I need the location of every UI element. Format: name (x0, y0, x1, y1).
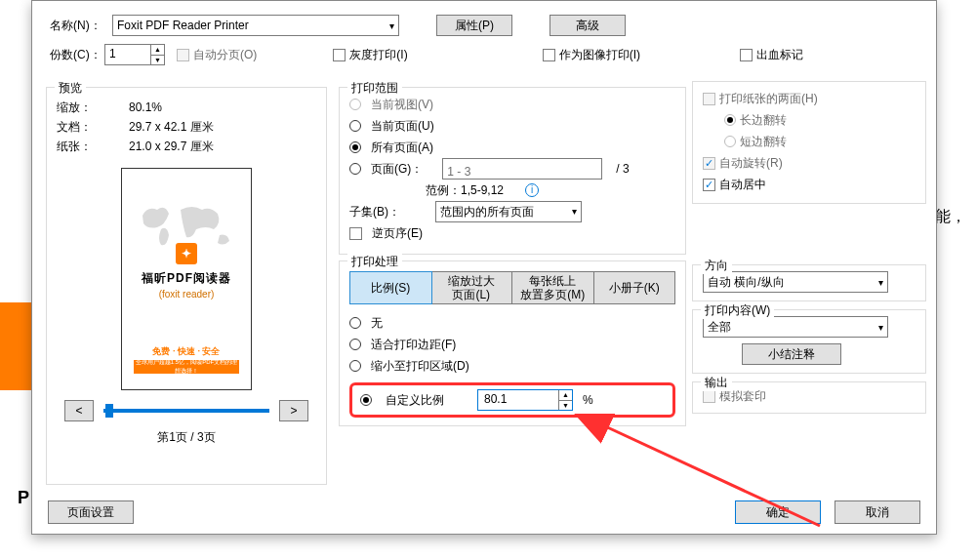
handling-tabs: 比例(S) 缩放过大 页面(L) 每张纸上 放置多页(M) 小册子(K) (349, 271, 675, 304)
preview-tagline: 免费 · 快速 · 安全 (134, 345, 239, 358)
next-page-button[interactable]: > (279, 400, 308, 421)
pages-radio[interactable] (349, 163, 361, 175)
subset-select[interactable]: 范围内的所有页面 ▾ (435, 201, 582, 222)
current-page-radio[interactable] (349, 120, 361, 132)
advanced-button[interactable]: 高级 (550, 15, 626, 36)
tab-booklet[interactable]: 小册子(K) (594, 272, 675, 303)
subset-value: 范围内的所有页面 (440, 201, 534, 222)
collate-label: 自动分页(O) (193, 47, 257, 63)
preview-brand: 福昕PDF阅读器 (142, 270, 231, 287)
scale-fit-label: 适合打印边距(F) (371, 334, 456, 355)
doc-label: 文档： (57, 117, 129, 137)
as-image-checkbox[interactable] (543, 49, 555, 61)
properties-button[interactable]: 属性(P) (436, 15, 512, 36)
bg-text-p: P (18, 488, 29, 508)
grayscale-label: 灰度打印(I) (349, 47, 407, 63)
grayscale-checkbox[interactable] (333, 49, 346, 61)
prev-page-button[interactable]: < (64, 400, 94, 421)
content-title: 打印内容(W) (701, 302, 774, 319)
scale-shrink-radio[interactable] (349, 360, 361, 372)
custom-scale-input[interactable]: 80.1 ▲ ▼ (477, 389, 573, 411)
output-title: 输出 (701, 375, 732, 391)
printer-select-value: Foxit PDF Reader Printer (117, 19, 249, 32)
percent-label: % (583, 393, 593, 407)
current-view-label: 当前视图(V) (371, 94, 433, 115)
simulate-checkbox (703, 390, 715, 403)
autocenter-label: 自动居中 (719, 174, 766, 195)
print-dialog: 名称(N)： Foxit PDF Reader Printer ▾ 属性(P) … (31, 0, 937, 535)
preview-page: ✦ 福昕PDF阅读器 (foxit reader) 免费 · 快速 · 安全 全… (121, 168, 252, 390)
preview-brand-en: (foxit reader) (159, 289, 215, 300)
preview-bar: 全球用户超越1.5亿，阅读PDF文档的理想选择！ (134, 360, 239, 374)
collate-checkbox (177, 49, 189, 61)
orientation-select[interactable]: 自动 横向/纵向 ▾ (703, 271, 888, 293)
page-slider[interactable] (103, 409, 269, 413)
content-value: 全部 (708, 319, 731, 336)
tab-scale[interactable]: 比例(S) (349, 271, 432, 304)
reverse-checkbox[interactable] (349, 227, 362, 240)
tab-nup[interactable]: 每张纸上 放置多页(M) (512, 272, 594, 303)
bg-text: 能， (935, 207, 966, 227)
paper-label: 纸张： (57, 137, 129, 156)
summarize-comments-button[interactable]: 小结注释 (742, 343, 841, 365)
zoom-value: 80.1% (129, 98, 162, 117)
example-label: 范例：1,5-9,12 (426, 180, 504, 201)
spin-down-icon[interactable]: ▼ (558, 401, 572, 411)
ok-button[interactable]: 确定 (735, 500, 821, 524)
copies-label: 份数(C)： (50, 47, 104, 63)
foxit-logo-icon: ✦ (176, 243, 197, 264)
orientation-title: 方向 (701, 258, 732, 274)
bleed-checkbox[interactable] (740, 49, 753, 61)
page-indicator: 第1页 / 3页 (57, 429, 316, 446)
copies-spinner[interactable]: 1 ▲ ▼ (104, 44, 165, 65)
long-edge-radio (724, 114, 736, 126)
current-page-label: 当前页面(U) (371, 115, 434, 137)
chevron-down-icon: ▾ (389, 20, 394, 31)
subset-label: 子集(B)： (349, 201, 404, 222)
cancel-button[interactable]: 取消 (835, 500, 920, 524)
scale-fit-radio[interactable] (349, 339, 361, 350)
autocenter-checkbox[interactable] (703, 179, 715, 191)
scale-none-radio[interactable] (349, 317, 361, 329)
preview-title: 预览 (55, 80, 86, 97)
bleed-label: 出血标记 (756, 47, 803, 63)
all-pages-radio[interactable] (349, 141, 361, 153)
chevron-down-icon: ▾ (878, 277, 883, 288)
orientation-value: 自动 横向/纵向 (708, 274, 785, 291)
pages-label: 页面(G)： (371, 158, 423, 180)
spin-up-icon[interactable]: ▲ (150, 45, 164, 56)
zoom-label: 缩放： (57, 98, 129, 117)
scale-custom-radio[interactable] (360, 394, 372, 406)
pages-input[interactable]: 1 - 3 (442, 158, 602, 180)
spin-up-icon[interactable]: ▲ (558, 390, 572, 401)
custom-scale-highlight: 自定义比例 80.1 ▲ ▼ % (349, 382, 675, 418)
scale-shrink-label: 缩小至打印区域(D) (371, 355, 469, 377)
doc-value: 29.7 x 42.1 厘米 (129, 117, 214, 137)
short-edge-radio (724, 136, 736, 147)
spin-down-icon[interactable]: ▼ (150, 56, 164, 65)
content-select[interactable]: 全部 ▾ (703, 316, 888, 338)
autorotate-checkbox (703, 157, 715, 170)
paper-value: 21.0 x 29.7 厘米 (129, 137, 214, 156)
duplex-label: 打印纸张的两面(H) (719, 88, 818, 109)
printer-select[interactable]: Foxit PDF Reader Printer ▾ (112, 15, 399, 36)
long-edge-label: 长边翻转 (740, 109, 787, 131)
autorotate-label: 自动旋转(R) (719, 152, 783, 174)
short-edge-label: 短边翻转 (740, 131, 787, 152)
handling-title: 打印处理 (347, 254, 402, 270)
scale-none-label: 无 (371, 312, 383, 334)
all-pages-label: 所有页面(A) (371, 137, 433, 158)
custom-scale-value: 80.1 (478, 390, 558, 410)
scale-custom-label: 自定义比例 (386, 392, 444, 409)
page-setup-button[interactable]: 页面设置 (48, 500, 134, 524)
tab-tile[interactable]: 缩放过大 页面(L) (431, 272, 513, 303)
chevron-down-icon: ▾ (878, 322, 883, 333)
name-label: 名称(N)： (50, 18, 104, 34)
reverse-label: 逆页序(E) (372, 222, 423, 244)
help-icon[interactable]: i (525, 183, 539, 197)
chevron-down-icon: ▾ (572, 201, 577, 222)
pages-total: / 3 (616, 158, 629, 180)
copies-value: 1 (105, 45, 150, 64)
current-view-radio (349, 99, 361, 110)
as-image-label: 作为图像打印(I) (559, 47, 640, 63)
